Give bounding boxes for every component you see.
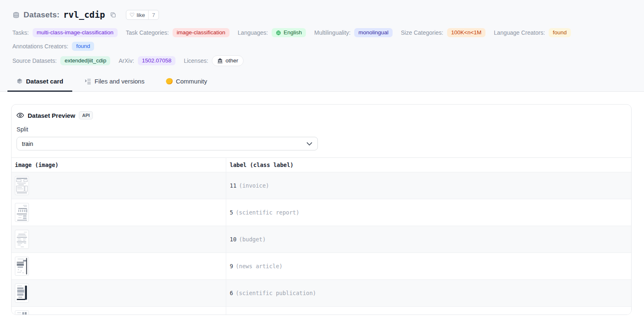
document-thumbnail[interactable] [15,284,29,303]
main-content: Dataset Preview API Split train image (i… [0,92,644,315]
community-hand-icon [166,78,173,84]
size-categories-label: Size Categories: [401,29,443,36]
document-thumbnail[interactable] [15,257,29,276]
multilinguality-label: Multilinguality: [314,29,350,36]
arxiv-label: ArXiv: [118,57,134,64]
column-header-image[interactable]: image (image) [12,158,226,172]
tag-group-annotations-creators: Annotations Creators: found [12,42,94,51]
tag-licenses[interactable]: other [212,55,244,66]
column-header-label[interactable]: label (class label) [226,158,631,172]
chevron-down-icon [306,142,313,146]
tag-group-languages: Languages: English [238,28,306,37]
preview-title-row: Dataset Preview API [17,111,626,119]
tag-group-tasks: Tasks: multi-class-image-classification [12,28,118,37]
tab-community-label: Community [176,78,207,85]
languages-value: English [284,29,302,36]
label-value: 11 [230,182,237,189]
cube-icon [17,78,23,84]
tab-dataset-card[interactable]: Dataset card [7,78,72,92]
label-value: 6 [230,290,233,296]
eye-icon [17,112,24,118]
dataset-title-row: Datasets: rvl_cdip ♡ like 7 [12,10,632,20]
tag-group-multilinguality: Multilinguality: monolingual [314,28,393,37]
document-thumbnail[interactable] [15,230,29,249]
split-select-value: train [22,141,33,147]
table-row[interactable]: 10(budget) [12,226,631,253]
like-count[interactable]: 7 [148,10,159,19]
tag-size-categories[interactable]: 100K<n<1M [447,28,486,37]
label-name: (invoice) [239,182,269,189]
tag-language-creators[interactable]: found [549,28,571,37]
tag-annotations-creators[interactable]: found [72,42,94,51]
document-thumbnail[interactable] [15,176,29,195]
breadcrumb[interactable]: Datasets: [24,10,59,19]
globe-icon [276,30,281,36]
preview-title: Dataset Preview [28,112,75,119]
language-creators-label: Language Creators: [494,29,545,36]
tab-files-versions-label: Files and versions [95,78,144,85]
table-row[interactable] [12,307,631,315]
page-title: rvl_cdip [63,10,105,20]
tag-multilinguality[interactable]: monolingual [354,28,393,37]
task-categories-label: Task Categories: [126,29,169,36]
table-header-row: image (image) label (class label) [12,158,631,172]
tag-group-source-datasets: Source Datasets: extended|iit_cdip [12,56,110,65]
document-thumbnail[interactable] [15,310,29,315]
tab-community[interactable]: Community [157,78,216,92]
like-label: like [137,12,145,18]
split-select[interactable]: train [17,137,318,150]
heart-icon: ♡ [130,12,135,18]
label-name: (news article) [236,263,283,269]
label-value: 9 [230,263,233,269]
table-row[interactable]: 11(invoice) [12,172,631,199]
source-datasets-label: Source Datasets: [12,57,57,64]
table-row[interactable]: 5(scientific report) [12,199,631,226]
tag-group-size-categories: Size Categories: 100K<n<1M [401,28,485,37]
dataset-preview-card: Dataset Preview API Split train image (i… [11,104,632,315]
tag-arxiv[interactable]: 1502.07058 [138,56,175,65]
preview-table: image (image) label (class label) 11(inv… [12,157,631,315]
page-header: Datasets: rvl_cdip ♡ like 7 Tasks: multi… [0,0,644,92]
annotations-creators-label: Annotations Creators: [12,43,68,50]
table-row[interactable]: 6(scientific publication) [12,280,631,307]
like-button[interactable]: ♡ like 7 [126,10,159,20]
table-row[interactable]: 9(news article) [12,253,631,280]
label-name: (scientific publication) [236,290,316,296]
label-value: 5 [230,209,233,216]
label-name: (budget) [239,236,266,243]
tasks-label: Tasks: [12,29,29,36]
split-label: Split [17,126,626,133]
tag-group-arxiv: ArXiv: 1502.07058 [118,56,175,65]
like-button-main[interactable]: ♡ like [126,10,149,19]
licenses-label: Licenses: [184,57,208,64]
api-badge[interactable]: API [79,111,93,119]
tab-bar: Dataset card Files and versions Communit… [7,78,632,91]
tag-source-datasets[interactable]: extended|iit_cdip [60,56,110,65]
licenses-value: other [225,57,238,64]
tag-row-1: Tasks: multi-class-image-classification … [12,28,632,51]
tab-files-versions[interactable]: Files and versions [76,78,154,92]
file-list-icon [85,79,91,84]
copy-icon[interactable] [110,12,116,18]
tag-tasks[interactable]: multi-class-image-classification [33,28,118,37]
tag-row-2: Source Datasets: extended|iit_cdip ArXiv… [12,55,632,66]
tag-languages[interactable]: English [272,28,306,37]
tab-dataset-card-label: Dataset card [26,78,63,85]
tag-group-licenses: Licenses: other [184,55,244,66]
document-thumbnail[interactable] [15,203,29,222]
tag-group-task-categories: Task Categories: image-classification [126,28,230,37]
languages-label: Languages: [238,29,268,36]
tag-rows: Tasks: multi-class-image-classification … [12,28,632,66]
tag-task-categories[interactable]: image-classification [173,28,230,37]
label-name: (scientific report) [236,209,299,216]
tag-group-language-creators: Language Creators: found [494,28,571,37]
bank-icon [217,58,223,64]
database-icon [12,11,20,19]
preview-head: Dataset Preview API Split train [12,105,631,150]
label-value: 10 [230,236,237,243]
